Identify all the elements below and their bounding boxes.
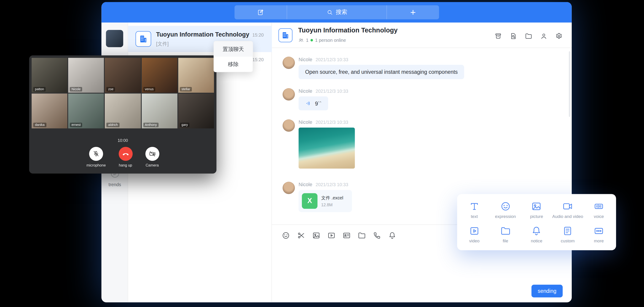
conversation-time: 15:20 [252, 57, 264, 62]
message-bubble: Open source, free, and universal instant… [299, 65, 464, 79]
image-message-thumbnail[interactable] [299, 128, 355, 169]
participant-tile: aldrich [105, 93, 141, 128]
online-dot [310, 39, 313, 41]
profile-avatar[interactable] [106, 30, 123, 47]
microphone-button[interactable]: microphone [86, 147, 106, 167]
file-name: 文件 .excel [321, 195, 343, 201]
chat-title: Tuoyun Information Technology [298, 27, 398, 34]
feature-popover: text expression picture Audio and video … [457, 194, 616, 250]
call-icon[interactable] [373, 231, 381, 240]
trends-label: trends [102, 182, 128, 187]
call-elapsed-time: 10:00 [32, 138, 214, 143]
participant-tile: venus [142, 58, 178, 93]
member-icon[interactable] [540, 32, 548, 40]
top-bar-controls: 搜索 + [234, 5, 439, 19]
camera-button[interactable]: Camera [145, 147, 159, 167]
file-message-card[interactable]: X 文件 .excel 12.8M [299, 190, 352, 212]
avatar[interactable] [283, 119, 295, 132]
online-status: 1 person online [315, 38, 346, 43]
microphone-label: microphone [86, 163, 106, 167]
notice-icon[interactable] [388, 231, 396, 240]
feature-voice[interactable]: voice [584, 197, 614, 222]
feature-more[interactable]: more [584, 222, 614, 247]
participant-name: danika [33, 123, 46, 127]
chat-subtitle: 1 1 person online [298, 37, 346, 43]
message-time: 2021/12/3 10:33 [316, 182, 348, 187]
participant-name: Anthony [143, 123, 158, 127]
conversation-title: Tuoyun Information Technology [156, 31, 249, 38]
expression-icon [500, 201, 511, 212]
search-bar[interactable]: 搜索 [287, 5, 386, 19]
group-avatar[interactable] [278, 28, 292, 42]
conversation-time: 15:20 [252, 32, 264, 37]
chat-header: Tuoyun Information Technology 1 1 person… [272, 23, 572, 48]
message-time: 2021/12/3 10:33 [316, 120, 348, 125]
message-image: Nicole 2021/12/3 10:33 [283, 119, 572, 169]
file-search-icon[interactable] [510, 32, 517, 40]
emoji-icon[interactable] [282, 231, 290, 240]
search-icon [326, 9, 333, 16]
file-size: 12.8M [321, 203, 343, 207]
more-icon [594, 226, 604, 236]
archive-icon[interactable] [494, 32, 502, 40]
group-avatar [136, 31, 151, 47]
voice-wave-icon [305, 100, 312, 107]
plus-icon: + [410, 7, 416, 18]
conversation-preview: [文件] [156, 41, 168, 48]
call-controls: microphone hang up Camera [32, 147, 214, 167]
excel-file-icon: X [302, 193, 318, 209]
video-icon[interactable] [327, 231, 336, 240]
chat-panel: Tuoyun Information Technology 1 1 person… [272, 23, 572, 303]
avatar[interactable] [283, 57, 295, 69]
voice-icon [594, 201, 604, 212]
sender-name: Nicole [299, 88, 312, 94]
menu-item-remove[interactable]: 移除 [214, 57, 253, 72]
feature-audio-video[interactable]: Audio and video [552, 197, 583, 222]
message-text: Nicole 2021/12/3 10:33 Open source, free… [283, 57, 572, 79]
building-icon [139, 34, 148, 44]
chat-header-actions [494, 32, 562, 40]
feature-expression[interactable]: expression [490, 197, 521, 222]
add-button[interactable]: + [386, 5, 439, 19]
avatar[interactable] [283, 88, 295, 100]
video-call-panel: patton Nicole zoe venus stellar danika e… [29, 55, 216, 173]
hang-up-label: hang up [119, 163, 132, 167]
message-time: 2021/12/3 10:33 [316, 89, 348, 94]
scrollbar-thumb[interactable] [569, 51, 570, 117]
note-icon [257, 9, 264, 16]
voice-message-bubble[interactable]: 9`` [299, 96, 328, 110]
card-icon[interactable] [342, 231, 351, 240]
hang-up-button[interactable]: hang up [118, 147, 132, 167]
members-icon [298, 37, 304, 43]
audio-video-icon [562, 201, 573, 212]
participant-name: Nicole [70, 87, 82, 92]
menu-item-pin-chat[interactable]: 置顶聊天 [214, 41, 253, 56]
send-button[interactable]: sending [532, 285, 562, 298]
participant-name: ernest [70, 123, 82, 127]
participant-name: zoe [106, 87, 115, 92]
text-icon [469, 201, 480, 212]
feature-notice[interactable]: notice [521, 222, 552, 247]
participant-name: aldrich [106, 123, 120, 127]
sender-name: Nicole [299, 57, 312, 62]
message-time: 2021/12/3 10:33 [316, 57, 348, 62]
avatar[interactable] [283, 182, 295, 194]
picture-icon[interactable] [312, 231, 320, 240]
feature-file[interactable]: file [490, 222, 521, 247]
file-icon[interactable] [358, 231, 366, 240]
folder-icon[interactable] [525, 32, 532, 40]
settings-icon[interactable] [555, 32, 562, 40]
participant-tile: Anthony [142, 93, 178, 128]
feature-custom[interactable]: custom [552, 222, 583, 247]
screenshot-icon[interactable] [297, 231, 305, 240]
search-label: 搜索 [336, 9, 347, 16]
participant-name: venus [143, 87, 155, 92]
feature-text[interactable]: text [459, 197, 490, 222]
sender-name: Nicole [299, 119, 312, 125]
feature-picture[interactable]: picture [521, 197, 552, 222]
mic-off-icon [92, 150, 100, 157]
sender-name: Nicole [299, 182, 312, 188]
file-icon [500, 226, 511, 236]
compose-button[interactable] [234, 5, 287, 19]
feature-video[interactable]: video [459, 222, 490, 247]
